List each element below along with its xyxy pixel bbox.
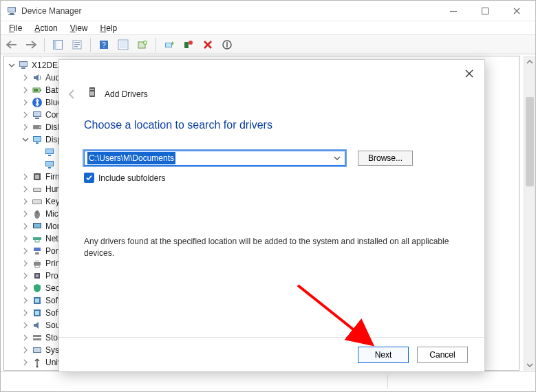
expand-icon[interactable] <box>21 221 30 231</box>
device-category-icon <box>32 109 43 120</box>
close-button[interactable] <box>501 1 533 21</box>
svg-rect-47 <box>34 188 41 191</box>
menu-view[interactable]: View <box>65 22 94 34</box>
expand-icon[interactable] <box>21 209 30 219</box>
path-value: C:\Users\M\Documents <box>87 152 175 164</box>
show-hide-tree-icon[interactable] <box>50 36 66 53</box>
disable-device-icon[interactable] <box>219 36 235 53</box>
scroll-thumb[interactable] <box>526 97 534 186</box>
svg-rect-5 <box>482 8 489 14</box>
checkbox-checked-icon[interactable] <box>84 173 94 183</box>
expand-icon[interactable] <box>21 172 30 182</box>
device-category-icon <box>32 208 43 219</box>
uninstall-device-icon[interactable] <box>180 36 197 53</box>
include-subfolders-row[interactable]: Include subfolders <box>84 173 165 183</box>
menu-file[interactable]: File <box>3 22 28 34</box>
collapse-icon[interactable] <box>21 135 30 144</box>
scroll-up-icon[interactable] <box>524 56 535 67</box>
delete-icon[interactable] <box>200 36 216 53</box>
menu-help[interactable]: Help <box>95 22 123 34</box>
dialog-close-button[interactable] <box>461 65 478 82</box>
device-category-icon <box>32 345 43 356</box>
expand-icon[interactable] <box>21 234 30 243</box>
action-underline: A <box>34 23 40 33</box>
expand-icon[interactable] <box>21 345 30 355</box>
vertical-scrollbar[interactable] <box>524 56 535 371</box>
expand-icon[interactable] <box>21 73 30 83</box>
svg-rect-66 <box>35 311 39 315</box>
svg-rect-32 <box>35 118 39 119</box>
device-category-icon <box>32 196 43 207</box>
dialog-title: Add Drivers <box>105 89 148 99</box>
svg-rect-58 <box>34 262 41 265</box>
svg-rect-19 <box>166 43 171 47</box>
computer-icon <box>18 60 29 71</box>
expand-icon[interactable] <box>21 358 30 367</box>
svg-rect-15 <box>120 41 127 48</box>
device-category-icon <box>32 122 43 133</box>
expand-icon[interactable] <box>21 85 30 95</box>
svg-rect-24 <box>20 62 27 66</box>
menu-bar: File Action View Help <box>1 21 535 35</box>
device-category-icon <box>32 246 43 257</box>
svg-rect-27 <box>34 89 39 91</box>
back-button[interactable] <box>3 36 20 53</box>
svg-rect-54 <box>33 237 37 240</box>
svg-rect-11 <box>74 46 78 47</box>
svg-rect-2 <box>10 13 14 14</box>
expand-icon[interactable] <box>21 98 30 107</box>
browse-button[interactable]: Browse... <box>358 151 413 166</box>
expand-icon[interactable] <box>21 197 30 206</box>
scan-hardware-icon[interactable] <box>115 36 131 53</box>
svg-text:?: ? <box>102 41 106 49</box>
expand-icon[interactable] <box>21 110 30 120</box>
display-adapter-icon <box>44 146 55 157</box>
help-icon[interactable]: ? <box>96 36 112 53</box>
expand-icon[interactable] <box>21 308 30 318</box>
forward-button[interactable] <box>23 36 39 53</box>
expand-icon[interactable] <box>21 246 30 256</box>
expand-icon[interactable] <box>21 283 30 293</box>
svg-rect-36 <box>34 137 41 141</box>
path-row: C:\Users\M\Documents Browse... <box>84 151 413 166</box>
minimize-button[interactable] <box>438 1 469 21</box>
add-driver-icon[interactable] <box>134 36 151 53</box>
maximize-button[interactable] <box>469 1 501 21</box>
device-category-icon <box>32 184 43 195</box>
dialog-header: Add Drivers <box>65 86 148 102</box>
svg-rect-74 <box>90 89 94 90</box>
properties-icon[interactable] <box>69 36 85 53</box>
svg-rect-45 <box>35 175 39 179</box>
expand-icon[interactable] <box>21 333 30 342</box>
expand-icon[interactable] <box>21 259 30 268</box>
expand-icon[interactable] <box>21 370 30 371</box>
svg-rect-39 <box>46 149 53 153</box>
device-category-icon <box>32 72 43 83</box>
expand-icon[interactable] <box>21 122 30 132</box>
menu-action[interactable]: Action <box>29 22 63 34</box>
svg-rect-3 <box>8 14 15 15</box>
update-driver-icon[interactable] <box>161 36 178 53</box>
dialog-back-button[interactable] <box>65 87 80 102</box>
cancel-button[interactable]: Cancel <box>417 347 468 363</box>
svg-point-71 <box>36 366 39 368</box>
expand-icon[interactable] <box>21 184 30 194</box>
scroll-down-icon[interactable] <box>524 359 535 371</box>
app-icon <box>6 6 17 17</box>
dropdown-icon[interactable] <box>331 152 343 164</box>
collapse-icon[interactable] <box>7 61 17 70</box>
status-bar <box>1 371 535 391</box>
svg-rect-9 <box>74 42 80 43</box>
toolbar-separator <box>90 38 91 52</box>
expand-icon[interactable] <box>21 296 30 305</box>
svg-rect-68 <box>33 338 41 340</box>
expand-icon[interactable] <box>21 271 30 281</box>
svg-rect-1 <box>8 8 15 12</box>
expand-icon[interactable] <box>21 320 30 330</box>
path-combobox[interactable]: C:\Users\M\Documents <box>84 151 345 166</box>
device-category-icon <box>32 295 43 306</box>
svg-rect-64 <box>35 298 39 303</box>
next-button[interactable]: Next <box>358 347 409 363</box>
svg-rect-20 <box>184 42 189 48</box>
svg-rect-51 <box>37 210 38 214</box>
